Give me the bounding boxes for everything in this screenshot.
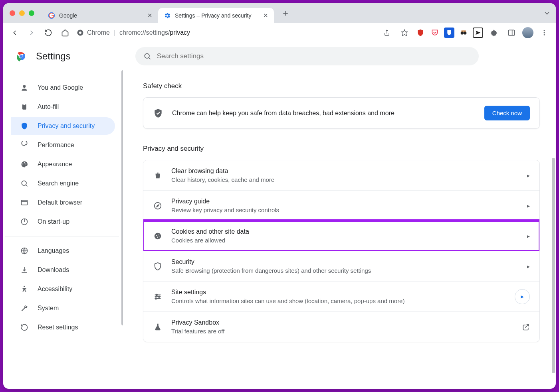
- sidebar-item-accessibility[interactable]: Accessibility: [11, 280, 115, 298]
- close-window-icon[interactable]: [10, 10, 15, 16]
- svg-marker-34: [157, 205, 159, 207]
- page-title: Settings: [36, 51, 71, 62]
- compass-icon: [153, 201, 163, 211]
- chrome-logo-icon: [15, 50, 27, 62]
- sidebar-item-languages[interactable]: Languages: [11, 242, 115, 260]
- privacy-settings-list: Clear browsing data Clear history, cooki…: [143, 160, 540, 342]
- reload-button[interactable]: [42, 26, 55, 39]
- tab-google[interactable]: Google ✕: [42, 8, 158, 23]
- svg-rect-6: [462, 30, 466, 32]
- side-panel-icon[interactable]: [505, 26, 518, 39]
- row-title: Privacy Sandbox: [171, 319, 513, 326]
- search-settings-field[interactable]: [157, 52, 471, 60]
- main-scrollbar[interactable]: [552, 158, 555, 373]
- row-security[interactable]: Security Safe Browsing (protection from …: [143, 251, 539, 282]
- row-title: Site settings: [171, 289, 506, 296]
- external-link-icon: [522, 323, 530, 331]
- sidebar-item-privacy-security[interactable]: Privacy and security: [11, 117, 115, 135]
- maximize-window-icon[interactable]: [29, 10, 34, 16]
- window-controls[interactable]: [10, 10, 34, 16]
- sidebar-item-you-and-google[interactable]: You and Google: [11, 79, 115, 97]
- sidebar-item-label: Reset settings: [38, 324, 78, 331]
- svg-point-25: [22, 181, 26, 185]
- omnibox-chrome-label: Chrome: [87, 29, 110, 36]
- profile-avatar[interactable]: [522, 27, 533, 38]
- home-button[interactable]: [58, 26, 72, 39]
- svg-line-26: [26, 185, 28, 187]
- svg-point-22: [22, 163, 24, 165]
- globe-icon: [20, 246, 29, 255]
- close-tab-icon[interactable]: ✕: [263, 12, 268, 19]
- row-subtitle: Review key privacy and security controls: [171, 207, 518, 213]
- svg-point-32: [24, 286, 25, 287]
- sidebar-divider: [5, 236, 119, 236]
- sidebar-item-search-engine[interactable]: Search engine: [11, 175, 115, 192]
- extensions-puzzle-icon[interactable]: [487, 26, 501, 39]
- row-subtitle: Trial features are off: [171, 328, 513, 335]
- section-safety-check-title: Safety check: [143, 82, 540, 90]
- tab-settings-privacy[interactable]: Settings – Privacy and security ✕: [158, 8, 274, 23]
- forward-button[interactable]: [25, 26, 38, 39]
- check-now-button[interactable]: Check now: [484, 106, 530, 120]
- sidebar-item-downloads[interactable]: Downloads: [11, 261, 115, 279]
- row-title: Cookies and other site data: [171, 228, 518, 235]
- tab-label: Google: [59, 12, 77, 19]
- extension-send-icon[interactable]: [473, 28, 483, 38]
- sidebar-item-system[interactable]: System: [11, 299, 115, 317]
- svg-rect-20: [24, 104, 26, 105]
- shield-icon: [20, 122, 29, 130]
- sidebar-item-performance[interactable]: Performance: [11, 136, 115, 154]
- share-icon[interactable]: [380, 26, 394, 39]
- search-settings-input[interactable]: [135, 47, 479, 65]
- svg-point-11: [544, 34, 545, 35]
- browser-icon: [20, 198, 29, 207]
- row-site-settings[interactable]: Site settings Controls what information …: [143, 282, 539, 312]
- shield-outline-icon: [153, 262, 163, 271]
- svg-point-36: [156, 235, 157, 236]
- sidebar-item-appearance[interactable]: Appearance: [11, 156, 115, 173]
- svg-point-4: [461, 32, 464, 34]
- minimize-window-icon[interactable]: [19, 10, 25, 16]
- sidebar-item-default-browser[interactable]: Default browser: [11, 194, 115, 211]
- sidebar-item-autofill[interactable]: Auto-fill: [11, 98, 115, 116]
- row-privacy-guide[interactable]: Privacy guide Review key privacy and sec…: [143, 191, 539, 221]
- bookmark-star-icon[interactable]: [398, 26, 411, 39]
- power-icon: [20, 217, 29, 226]
- wrench-icon: [20, 304, 29, 313]
- flask-icon: [153, 322, 163, 332]
- svg-point-37: [158, 234, 159, 235]
- row-cookies[interactable]: Cookies and other site data Cookies are …: [143, 221, 539, 251]
- sidebar-item-label: System: [38, 305, 59, 312]
- sidebar-item-on-startup[interactable]: On start-up: [11, 213, 115, 230]
- tabs-dropdown-icon[interactable]: [543, 9, 551, 17]
- settings-main: Safety check Chrome can help keep you sa…: [123, 70, 556, 389]
- svg-marker-3: [402, 30, 408, 35]
- row-privacy-sandbox[interactable]: Privacy Sandbox Trial features are off: [143, 312, 539, 342]
- extension-ublock-icon[interactable]: [415, 28, 426, 38]
- new-tab-button[interactable]: ＋: [280, 7, 291, 19]
- circled-chevron-icon[interactable]: ▸: [515, 289, 530, 304]
- chevron-right-icon: ▸: [527, 203, 530, 209]
- row-subtitle: Safe Browsing (protection from dangerous…: [171, 267, 518, 274]
- omnibox[interactable]: Chrome | chrome://settings/privacy: [77, 29, 190, 36]
- page-body: You and Google Auto-fill Privacy and sec…: [3, 70, 556, 389]
- tab-strip: Google ✕ Settings – Privacy and security…: [3, 3, 556, 23]
- gear-icon: [164, 12, 171, 19]
- row-clear-browsing-data[interactable]: Clear browsing data Clear history, cooki…: [143, 160, 539, 191]
- kebab-menu-icon[interactable]: [537, 26, 551, 39]
- person-icon: [20, 83, 29, 92]
- extension-pocket-icon[interactable]: [430, 28, 440, 38]
- sidebar-item-label: Appearance: [38, 161, 72, 168]
- svg-rect-27: [22, 200, 28, 205]
- row-title: Privacy guide: [171, 198, 518, 205]
- extension-glasses-icon[interactable]: [458, 28, 469, 38]
- extension-bitwarden-icon[interactable]: [444, 28, 454, 38]
- back-button[interactable]: [8, 26, 22, 39]
- section-privacy-title: Privacy and security: [143, 145, 540, 153]
- sidebar-item-reset-settings[interactable]: Reset settings: [11, 319, 115, 336]
- svg-point-23: [24, 162, 25, 163]
- safety-check-text: Chrome can help keep you safe from data …: [172, 110, 476, 117]
- close-tab-icon[interactable]: ✕: [147, 12, 153, 19]
- chevron-right-icon: ▸: [527, 172, 530, 179]
- svg-point-38: [157, 236, 158, 237]
